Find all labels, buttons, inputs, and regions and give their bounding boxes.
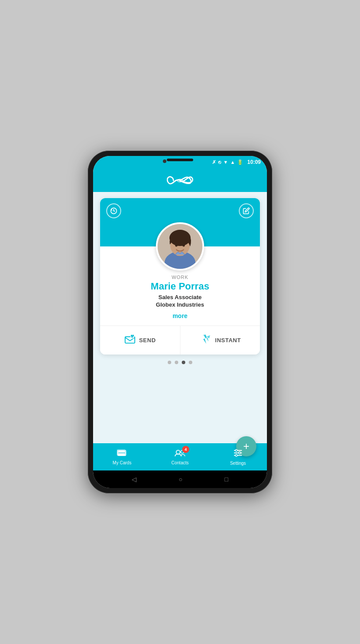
- svg-point-7: [175, 244, 178, 246]
- settings-icon: [233, 448, 243, 458]
- my-cards-icon-wrap: [117, 449, 127, 459]
- battery-icon: 🔋: [237, 159, 243, 165]
- my-cards-label: My Cards: [113, 460, 132, 465]
- signal-icon: ▲: [230, 159, 235, 165]
- more-button[interactable]: more: [107, 312, 253, 319]
- dot-4: [189, 361, 192, 364]
- nav-my-cards[interactable]: My Cards: [93, 443, 151, 470]
- card-banner: [100, 198, 260, 246]
- edit-button[interactable]: [239, 203, 254, 218]
- dot-1: [168, 361, 171, 364]
- contacts-badge: 4: [182, 446, 189, 453]
- back-button[interactable]: ◁: [132, 476, 137, 483]
- status-time: 10:09: [247, 159, 261, 165]
- avatar: [156, 222, 204, 271]
- card-company: Globex Industries: [107, 301, 253, 308]
- history-button[interactable]: [106, 203, 121, 218]
- wifi-icon: ▼: [223, 159, 228, 165]
- camera-dot: [163, 159, 166, 163]
- svg-point-17: [176, 450, 180, 454]
- card-actions: SEND INSTANT: [100, 326, 260, 355]
- pagination-dots: [168, 361, 192, 364]
- app-header: [93, 168, 267, 192]
- bluetooth-icon: ✗: [212, 159, 216, 165]
- main-content: WORK Marie Porras Sales Associate Globex…: [93, 192, 267, 443]
- contacts-label: Contacts: [171, 460, 188, 465]
- dot-3-active: [182, 361, 185, 364]
- vibrate-icon: ⎋: [218, 159, 221, 165]
- instant-label: INSTANT: [215, 337, 241, 344]
- svg-rect-15: [118, 451, 125, 456]
- send-label: SEND: [139, 337, 156, 344]
- contacts-icon-wrap: 4: [174, 449, 186, 459]
- home-button[interactable]: ○: [179, 476, 182, 483]
- settings-icon-wrap: [233, 448, 243, 459]
- status-bar: ✗ ⎋ ▼ ▲ 🔋 10:09: [93, 156, 267, 168]
- dot-2: [175, 361, 178, 364]
- svg-point-24: [235, 454, 238, 456]
- svg-point-23: [238, 452, 241, 454]
- svg-point-8: [183, 244, 185, 246]
- card-job-title: Sales Associate: [107, 294, 253, 300]
- svg-point-11: [131, 335, 133, 336]
- phone-screen: ✗ ⎋ ▼ ▲ 🔋 10:09: [93, 156, 267, 488]
- my-cards-icon: [117, 449, 127, 457]
- instant-button[interactable]: INSTANT: [180, 326, 260, 355]
- settings-label: Settings: [230, 461, 246, 466]
- send-icon: [124, 334, 136, 346]
- android-nav-bar: ◁ ○ □: [93, 470, 267, 488]
- instant-icon: [199, 333, 212, 347]
- recent-button[interactable]: □: [225, 476, 228, 483]
- app-logo: [167, 174, 193, 188]
- svg-point-12: [132, 335, 134, 336]
- business-card: WORK Marie Porras Sales Associate Globex…: [100, 198, 260, 355]
- card-type-label: WORK: [107, 275, 253, 280]
- status-icons: ✗ ⎋ ▼ ▲ 🔋 10:09: [212, 159, 261, 165]
- phone-device: ✗ ⎋ ▼ ▲ 🔋 10:09: [88, 151, 272, 493]
- svg-point-22: [235, 449, 238, 452]
- nav-contacts[interactable]: 4 Contacts: [151, 443, 209, 470]
- phone-notch: [167, 159, 193, 161]
- card-name: Marie Porras: [107, 281, 253, 292]
- send-button[interactable]: SEND: [100, 326, 180, 355]
